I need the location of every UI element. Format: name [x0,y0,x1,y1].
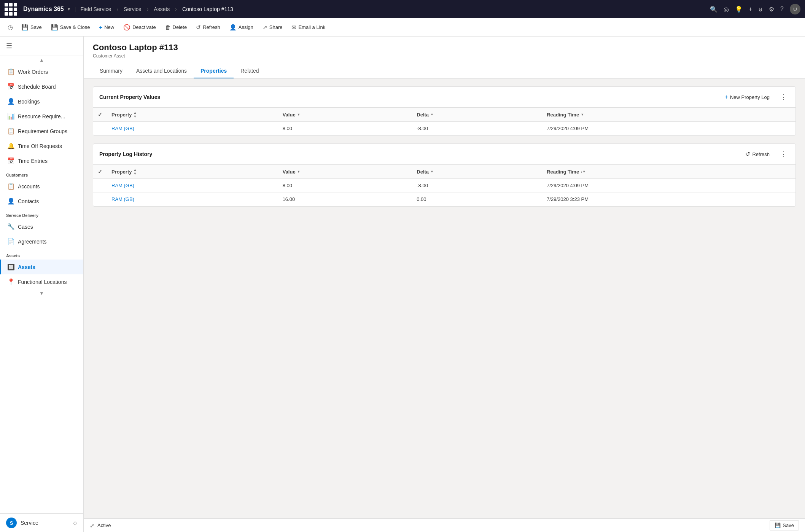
expand-icon[interactable]: ⤢ [90,522,94,529]
value-sort[interactable]: Value ▼ [283,112,301,118]
sidebar-item-time-entries[interactable]: 📅 Time Entries [0,153,83,168]
tab-assets-locations[interactable]: Assets and Locations [129,64,194,78]
sort-arrows-rt-current: ▼ [581,113,584,116]
back-button[interactable]: ◷ [5,21,16,33]
property-sort[interactable]: Property ▲▼ [111,111,137,118]
service-nav-item[interactable]: S Service ◇ [0,514,83,532]
top-nav-icons: 🔍 ◎ 💡 + ⊌ ⚙ ? U [710,4,800,14]
filter-icon[interactable]: ⊌ [758,6,763,13]
help-icon[interactable]: ? [780,6,784,13]
time-entries-icon: 📅 [7,157,14,164]
property-log-header: Property Log History ↺ Refresh ⋮ [93,144,795,165]
tab-properties[interactable]: Properties [194,64,234,78]
current-properties-table: ✓ Property ▲▼ Value [93,108,795,135]
property-log-sort[interactable]: Property ▲▼ [111,168,137,175]
tab-summary[interactable]: Summary [93,64,129,78]
cases-icon: 🔧 [7,223,14,230]
search-icon[interactable]: 🔍 [710,6,718,13]
sidebar-item-resource-require[interactable]: 📊 Resource Require... [0,109,83,124]
sidebar-item-cases[interactable]: 🔧 Cases [0,219,83,234]
sidebar-item-assets[interactable]: 🔲 Assets [0,260,83,274]
share-icon: ↗ [262,24,267,31]
plus-icon[interactable]: + [749,6,752,13]
sidebar-item-time-off-requests[interactable]: 🔔 Time Off Requests [0,139,83,153]
add-icon: + [725,94,728,100]
sidebar-item-agreements[interactable]: 📄 Agreements [0,234,83,249]
refresh-icon-2: ↺ [745,151,750,158]
record-header: Contoso Laptop #113 Customer Asset Summa… [84,37,805,79]
breadcrumb-sep-3: › [175,6,177,12]
brand-chevron-icon[interactable]: ▾ [68,6,70,12]
refresh-icon: ↺ [196,24,201,31]
sidebar-item-schedule-board[interactable]: 📅 Schedule Board [0,79,83,94]
log-row-check-1[interactable] [93,179,107,193]
delta-log-sort[interactable]: Delta ▼ [417,169,434,175]
email-link-button[interactable]: ✉ Email a Link [288,22,329,33]
delta-sort[interactable]: Delta ▼ [417,112,434,118]
check-icon[interactable]: ✓ [98,111,102,118]
refresh-button[interactable]: ↺ Refresh [192,22,224,33]
app-brand: Dynamics 365 [23,6,64,13]
sidebar: ☰ ▲ 📋 Work Orders 📅 Schedule Board 👤 Boo… [0,37,84,532]
log-row-delta-2: 0.00 [412,193,542,206]
reading-time-sort[interactable]: Reading Time ▼ [547,112,584,118]
app-grid-icon[interactable] [5,3,17,16]
assign-button[interactable]: 👤 Assign [226,22,257,33]
reading-time-log-sort[interactable]: Reading Time ↓▼ [547,169,585,175]
new-button[interactable]: + New [95,22,118,33]
sidebar-item-requirement-groups[interactable]: 📋 Requirement Groups [0,124,83,139]
sidebar-item-accounts[interactable]: 📋 Accounts [0,179,83,194]
table-row: RAM (GB) 8.00 -8.00 7/29/2020 4:09 PM [93,122,795,135]
check-icon-log[interactable]: ✓ [98,169,102,175]
deactivate-button[interactable]: 🚫 Deactivate [119,22,159,33]
sort-arrows-value-log: ▼ [297,170,301,174]
record-subtitle: Customer Asset [93,53,796,59]
sidebar-item-contacts[interactable]: 👤 Contacts [0,194,83,209]
breadcrumb-assets[interactable]: Assets [154,6,170,12]
content-area: Contoso Laptop #113 Customer Asset Summa… [84,37,805,532]
property-log-refresh-button[interactable]: ↺ Refresh [741,149,773,159]
top-navigation: Dynamics 365 ▾ | Field Service › Service… [0,0,805,18]
settings-icon[interactable]: ⚙ [769,6,774,13]
user-avatar[interactable]: U [790,4,800,14]
service-delivery-section-label: Service Delivery [0,209,83,219]
module-link[interactable]: Field Service [80,6,111,12]
sidebar-item-work-orders[interactable]: 📋 Work Orders [0,64,83,79]
log-row-reading-time-1: 7/29/2020 4:09 PM [542,179,795,193]
col-check-current: ✓ [93,108,107,122]
log-row-value-1: 8.00 [278,179,412,193]
status-save-button[interactable]: 💾 Save [770,520,799,530]
current-properties-actions: + New Property Log ⋮ [721,91,789,103]
property-log-section: Property Log History ↺ Refresh ⋮ ✓ [93,143,796,207]
hamburger-button[interactable]: ☰ [0,37,83,56]
scroll-up-button[interactable]: ▲ [0,56,83,64]
delete-button[interactable]: 🗑 Delete [161,22,191,33]
col-check-log: ✓ [93,165,107,179]
save-button[interactable]: 💾 Save [18,22,46,33]
activity-icon[interactable]: ◎ [724,6,729,13]
row-reading-time-1: 7/29/2020 4:09 PM [542,122,795,135]
share-button[interactable]: ↗ Share [259,22,286,33]
scroll-down-button[interactable]: ▼ [0,289,83,298]
new-property-log-button[interactable]: + New Property Log [721,92,773,102]
deactivate-icon: 🚫 [123,24,130,31]
current-properties-more-button[interactable]: ⋮ [778,91,789,103]
row-property-1: RAM (GB) [107,122,278,135]
value-log-sort[interactable]: Value ▼ [283,169,301,175]
tab-related[interactable]: Related [234,64,266,78]
log-row-check-2[interactable] [93,193,107,206]
lightbulb-icon[interactable]: 💡 [735,6,743,13]
property-log-more-button[interactable]: ⋮ [778,148,789,160]
sidebar-item-bookings[interactable]: 👤 Bookings [0,94,83,109]
row-value-1: 8.00 [278,122,412,135]
row-check-1[interactable] [93,122,107,135]
breadcrumb-service[interactable]: Service [124,6,142,12]
breadcrumb-sep-2: › [147,6,149,12]
current-properties-title: Current Property Values [99,94,721,100]
log-row-reading-time-2: 7/29/2020 3:23 PM [542,193,795,206]
log-row-delta-1: -8.00 [412,179,542,193]
save-close-button[interactable]: 💾 Save & Close [47,22,94,33]
nav-separator-1: | [75,6,76,12]
sort-arrows-value-current: ▼ [297,113,301,116]
sidebar-item-functional-locations[interactable]: 📍 Functional Locations [0,274,83,289]
